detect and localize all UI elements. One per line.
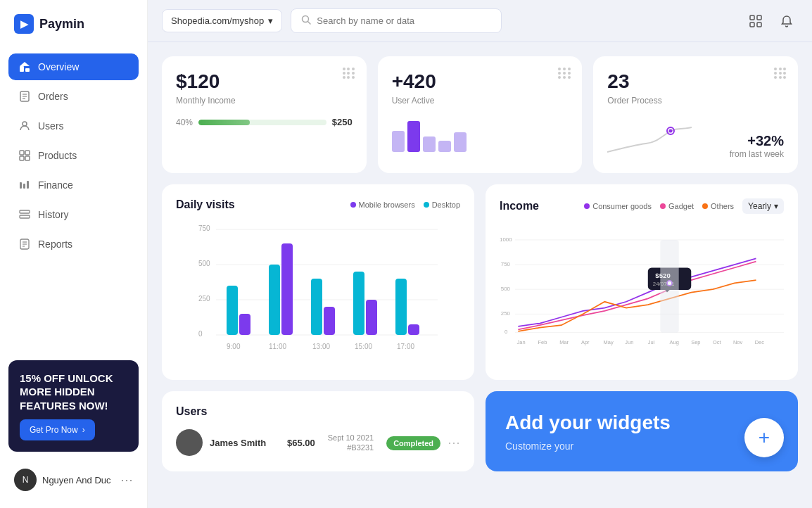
- income-label: Monthly Income: [176, 96, 353, 106]
- user-active-chart: [392, 117, 569, 152]
- svg-rect-66: [660, 240, 678, 333]
- user-area: N Nguyen And Duc ⋯: [8, 463, 139, 497]
- svg-rect-36: [227, 286, 238, 335]
- svg-rect-39: [281, 243, 293, 335]
- shop-selector[interactable]: Shopedia.com/myshop ▾: [162, 9, 282, 32]
- svg-rect-22: [750, 15, 754, 20]
- users-section-title: Users: [176, 405, 460, 418]
- income-line-chart: 1000 750 500 250 0: [500, 225, 784, 366]
- sidebar-bottom: 15% OFF UNLOCK MORE HIDDEN FEATURES NOW!…: [8, 360, 139, 497]
- sidebar-item-orders[interactable]: Orders: [8, 83, 139, 110]
- svg-text:Mar: Mar: [559, 339, 569, 345]
- sidebar-item-history[interactable]: History: [8, 201, 139, 228]
- svg-text:Nov: Nov: [733, 339, 743, 345]
- app-name: Paymin: [39, 17, 84, 32]
- card-menu-dots[interactable]: [774, 68, 787, 79]
- svg-text:Jun: Jun: [625, 339, 633, 345]
- search-bar[interactable]: [291, 8, 502, 33]
- logo-icon: ▶: [14, 14, 34, 34]
- sidebar-item-overview-label: Overview: [38, 61, 79, 72]
- svg-text:Jan: Jan: [517, 339, 526, 345]
- order-growth-stats: +32% from last week: [730, 133, 784, 159]
- user-active-label: User Active: [392, 96, 569, 106]
- sidebar-item-users-label: Users: [38, 120, 64, 132]
- products-icon: [18, 149, 31, 162]
- progress-target: $250: [332, 117, 353, 127]
- main-content: Shopedia.com/myshop ▾: [148, 0, 812, 508]
- svg-text:0: 0: [505, 329, 508, 335]
- orders-icon: [18, 90, 31, 103]
- shop-name: Shopedia.com/myshop: [171, 15, 264, 26]
- user-active-card: +420 User Active: [378, 56, 583, 173]
- sidebar-item-users[interactable]: Users: [8, 113, 139, 139]
- order-process-label: Order Process: [607, 96, 784, 106]
- legend-others: Others: [702, 198, 734, 214]
- sidebar-item-overview[interactable]: Overview: [8, 53, 139, 80]
- legend-consumer: Consumer goods: [584, 198, 652, 214]
- svg-rect-15: [20, 215, 30, 218]
- users-icon: [18, 120, 31, 132]
- user-row-name: James Smith: [210, 438, 280, 448]
- svg-text:750: 750: [198, 224, 210, 232]
- users-card: Users James Smith $65.00 Sept 10 2021 #B…: [162, 391, 474, 471]
- svg-rect-37: [239, 314, 250, 335]
- svg-text:11:00: 11:00: [269, 343, 286, 350]
- svg-text:9:00: 9:00: [227, 343, 241, 350]
- svg-rect-0: [20, 66, 24, 72]
- grid-view-icon[interactable]: [744, 10, 767, 32]
- sidebar-item-finance[interactable]: Finance: [8, 172, 139, 198]
- svg-text:Oct: Oct: [713, 339, 722, 345]
- get-pro-button[interactable]: Get Pro Now ›: [20, 419, 95, 440]
- user-name: Nguyen And Duc: [42, 475, 115, 485]
- sidebar-item-products[interactable]: Products: [8, 142, 139, 169]
- svg-text:250: 250: [501, 310, 511, 317]
- avatar: [176, 429, 203, 456]
- notification-icon[interactable]: [775, 10, 798, 32]
- widgets-card: Add your widgets Customize your +: [486, 391, 798, 471]
- daily-visits-chart-card: Daily visits Mobile browsers Desktop: [162, 184, 474, 380]
- search-icon: [301, 15, 311, 27]
- svg-rect-7: [20, 151, 24, 155]
- svg-text:Feb: Feb: [538, 339, 547, 345]
- daily-visits-chart: 750 500 250 0: [176, 222, 460, 363]
- income-chart-legend: Consumer goods Gadget Others Yearly: [584, 198, 784, 214]
- finance-icon: [18, 179, 31, 191]
- table-row: James Smith $65.00 Sept 10 2021 #B3231 C…: [176, 429, 460, 456]
- sidebar-item-products-label: Products: [38, 150, 77, 161]
- avatar: N: [14, 469, 37, 491]
- card-menu-dots[interactable]: [343, 68, 355, 79]
- user-menu-dots[interactable]: ⋯: [120, 472, 133, 488]
- order-growth-value: +32%: [730, 133, 784, 149]
- svg-rect-24: [750, 23, 754, 27]
- user-row-amount: $65.00: [287, 438, 315, 448]
- promo-card: 15% OFF UNLOCK MORE HIDDEN FEATURES NOW!…: [8, 360, 139, 452]
- period-selector[interactable]: Yearly ▾: [742, 198, 784, 214]
- stat-cards: $120 Monthly Income 40% $250 +420: [162, 56, 798, 173]
- svg-text:0: 0: [198, 330, 203, 338]
- svg-rect-38: [269, 265, 280, 335]
- svg-rect-45: [408, 324, 419, 335]
- legend-gadget: Gadget: [660, 198, 694, 214]
- income-chart-title: Income: [500, 200, 539, 212]
- logo-area: ▶ Paymin: [8, 11, 139, 37]
- daily-visits-header: Daily visits Mobile browsers Desktop: [176, 198, 460, 211]
- row-menu-dots[interactable]: ⋯: [448, 435, 460, 450]
- svg-rect-41: [324, 307, 335, 335]
- order-growth-label: from last week: [730, 149, 784, 159]
- order-process-value: 23: [607, 70, 784, 93]
- bottom-row: Users James Smith $65.00 Sept 10 2021 #B…: [162, 391, 798, 471]
- status-badge: Completed: [386, 436, 440, 450]
- search-input[interactable]: [317, 15, 491, 26]
- svg-text:May: May: [604, 339, 614, 345]
- sidebar-item-reports[interactable]: Reports: [8, 231, 139, 258]
- svg-text:1000: 1000: [500, 236, 512, 243]
- card-menu-dots[interactable]: [558, 68, 571, 79]
- svg-text:Apr: Apr: [581, 339, 590, 345]
- add-widget-button[interactable]: +: [744, 418, 784, 457]
- user-active-value: +420: [392, 70, 569, 93]
- svg-text:Jul: Jul: [648, 339, 655, 345]
- svg-rect-12: [23, 184, 25, 189]
- sidebar-item-history-label: History: [38, 209, 69, 220]
- svg-rect-25: [757, 23, 761, 27]
- svg-text:17:00: 17:00: [397, 343, 414, 350]
